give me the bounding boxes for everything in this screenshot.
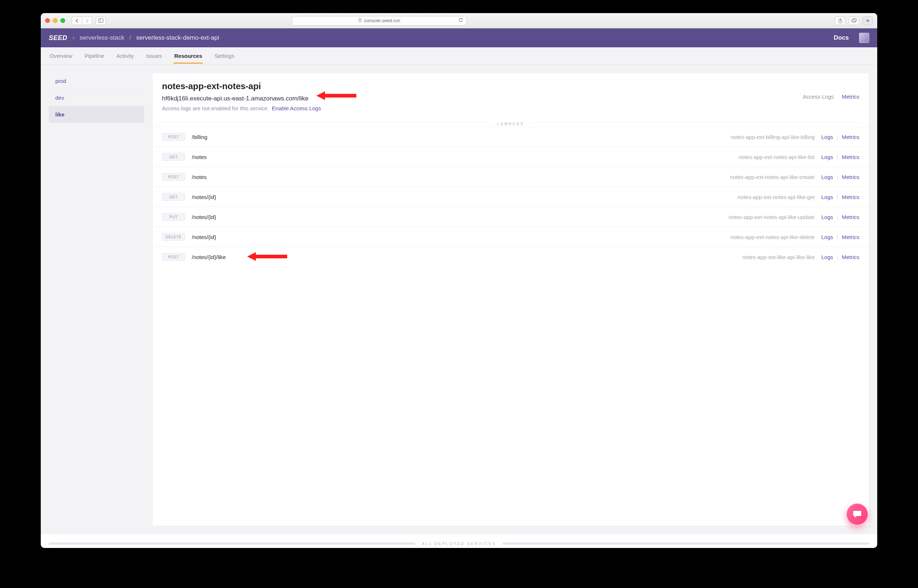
lambda-row: PUT/notes/{id}notes-app-ext-notes-api-li…: [152, 207, 869, 227]
lambda-function-name: notes-app-ext-notes-api-like-list: [293, 154, 815, 160]
metrics-link[interactable]: Metrics: [842, 94, 860, 100]
close-icon[interactable]: [45, 18, 50, 23]
panel-actions: Access Logs Metrics: [803, 94, 860, 100]
metrics-link[interactable]: Metrics: [842, 214, 860, 220]
nav-back-button[interactable]: [72, 16, 82, 25]
share-button[interactable]: [835, 16, 845, 25]
service-endpoint: hf6kdj16li.execute-api.us-east-1.amazona…: [162, 95, 860, 102]
service-panel: notes-app-ext-notes-api hf6kdj16li.execu…: [152, 73, 869, 526]
http-method-badge: POST: [162, 133, 185, 141]
address-text: console.seed.run: [364, 18, 400, 23]
http-method-badge: PUT: [162, 213, 185, 221]
lambda-row: POST/billingnotes-app-ext-billing-api-li…: [152, 127, 869, 147]
row-actions: Logs|Metrics: [821, 194, 860, 200]
lambda-function-name: notes-app-ext-notes-api-like-delete: [293, 234, 815, 240]
row-actions: Logs|Metrics: [821, 154, 860, 160]
nav-back-forward: [72, 16, 92, 25]
http-method-badge: GET: [162, 193, 185, 201]
tab-resources[interactable]: Resources: [174, 48, 203, 64]
route-path: /notes/{id}/like: [192, 254, 286, 260]
tab-pipeline[interactable]: Pipeline: [84, 48, 105, 64]
route-path: /notes/{id}: [192, 234, 286, 240]
minimize-icon[interactable]: [53, 18, 58, 23]
app-header: SEED › serverless-stack / serverless-sta…: [41, 28, 877, 47]
svg-rect-2: [359, 19, 362, 22]
access-logs-disabled: Access Logs: [803, 94, 834, 100]
row-actions: Logs|Metrics: [821, 254, 860, 260]
avatar[interactable]: [859, 33, 869, 43]
tab-activity[interactable]: Activity: [116, 48, 135, 64]
tab-overview[interactable]: Overview: [49, 48, 73, 64]
lambda-function-name: notes-app-ext-like-api-like-like: [293, 254, 815, 260]
metrics-link[interactable]: Metrics: [842, 154, 860, 160]
browser-window: console.seed.run SEED › serverless-stack…: [41, 13, 877, 548]
app-logo[interactable]: SEED: [49, 34, 67, 42]
row-actions: Logs|Metrics: [821, 214, 860, 220]
docs-link[interactable]: Docs: [834, 34, 849, 42]
metrics-link[interactable]: Metrics: [842, 234, 860, 240]
page-body: prod dev like notes-app-ext-notes-api hf…: [41, 65, 877, 534]
metrics-link[interactable]: Metrics: [842, 254, 860, 260]
tab-settings[interactable]: Settings: [214, 48, 235, 64]
sidebar-item-like[interactable]: like: [49, 106, 144, 123]
sidebar-item-prod[interactable]: prod: [49, 73, 144, 89]
lambda-function-name: notes-app-ext-notes-api-like-get: [293, 194, 815, 200]
lambda-function-name: notes-app-ext-notes-api-like-create: [293, 174, 815, 180]
route-path: /notes: [192, 174, 286, 180]
logs-link[interactable]: Logs: [821, 234, 833, 240]
http-method-badge: DELETE: [162, 233, 185, 241]
maximize-icon[interactable]: [60, 18, 65, 23]
sidebar-item-dev[interactable]: dev: [49, 89, 144, 106]
lambda-row: DELETE/notes/{id}notes-app-ext-notes-api…: [152, 227, 869, 247]
titlebar-right: [835, 16, 873, 25]
lock-icon: [358, 18, 362, 23]
sidebar-toggle-button[interactable]: [96, 16, 106, 25]
route-path: /notes/{id}: [192, 194, 286, 200]
access-logs-note: Access logs are not enabled for this ser…: [162, 105, 860, 111]
tabs-overview-button[interactable]: [849, 16, 859, 25]
reload-icon[interactable]: [458, 18, 463, 24]
lambda-row: GET/notes/{id}notes-app-ext-notes-api-li…: [152, 187, 869, 207]
service-title: notes-app-ext-notes-api: [162, 81, 860, 91]
logs-link[interactable]: Logs: [821, 154, 833, 160]
http-method-badge: GET: [162, 153, 185, 161]
http-method-badge: POST: [162, 173, 185, 181]
browser-titlebar: console.seed.run: [41, 13, 877, 28]
breadcrumb-sep: /: [129, 34, 131, 42]
address-bar[interactable]: console.seed.run: [292, 16, 467, 26]
new-tab-button[interactable]: [863, 16, 873, 25]
logs-link[interactable]: Logs: [821, 214, 833, 220]
lambda-function-name: notes-app-ext-billing-api-like-billing: [293, 134, 815, 140]
row-actions: Logs|Metrics: [821, 174, 860, 180]
all-deployed-label: ALL DEPLOYED SERVICES: [49, 539, 869, 548]
logs-link[interactable]: Logs: [821, 254, 833, 260]
http-method-badge: POST: [162, 253, 185, 261]
svg-rect-0: [99, 19, 103, 23]
svg-rect-4: [852, 19, 855, 23]
logs-link[interactable]: Logs: [821, 134, 833, 140]
logs-link[interactable]: Logs: [821, 194, 833, 200]
window-controls: [45, 18, 65, 23]
panel-header: notes-app-ext-notes-api hf6kdj16li.execu…: [152, 73, 869, 118]
breadcrumb-app[interactable]: serverless-stack-demo-ext-api: [136, 34, 219, 42]
tab-issues[interactable]: Issues: [145, 48, 162, 64]
route-path: /notes/{id}: [192, 214, 286, 220]
lambdas-section-label: LAMBDAS: [152, 118, 869, 127]
metrics-link[interactable]: Metrics: [842, 134, 860, 140]
svg-rect-5: [853, 19, 857, 21]
access-logs-text: Access logs are not enabled for this ser…: [162, 105, 268, 111]
logs-link[interactable]: Logs: [821, 174, 833, 180]
lambda-function-name: notes-app-ext-notes-api-like-update: [293, 214, 815, 220]
chat-button[interactable]: [847, 504, 868, 525]
stage-sidebar: prod dev like: [49, 73, 144, 526]
enable-access-logs-link[interactable]: Enable Access Logs: [272, 105, 321, 111]
breadcrumb-org[interactable]: serverless-stack: [80, 34, 124, 42]
lambda-rows: POST/billingnotes-app-ext-billing-api-li…: [152, 127, 869, 526]
metrics-link[interactable]: Metrics: [842, 194, 860, 200]
lambda-row: GET/notesnotes-app-ext-notes-api-like-li…: [152, 147, 869, 166]
route-path: /billing: [192, 134, 286, 140]
nav-forward-button[interactable]: [82, 16, 92, 25]
row-actions: Logs|Metrics: [821, 234, 860, 240]
lambda-row: POST/notes/{id}/likenotes-app-ext-like-a…: [152, 247, 869, 267]
metrics-link[interactable]: Metrics: [842, 174, 860, 180]
